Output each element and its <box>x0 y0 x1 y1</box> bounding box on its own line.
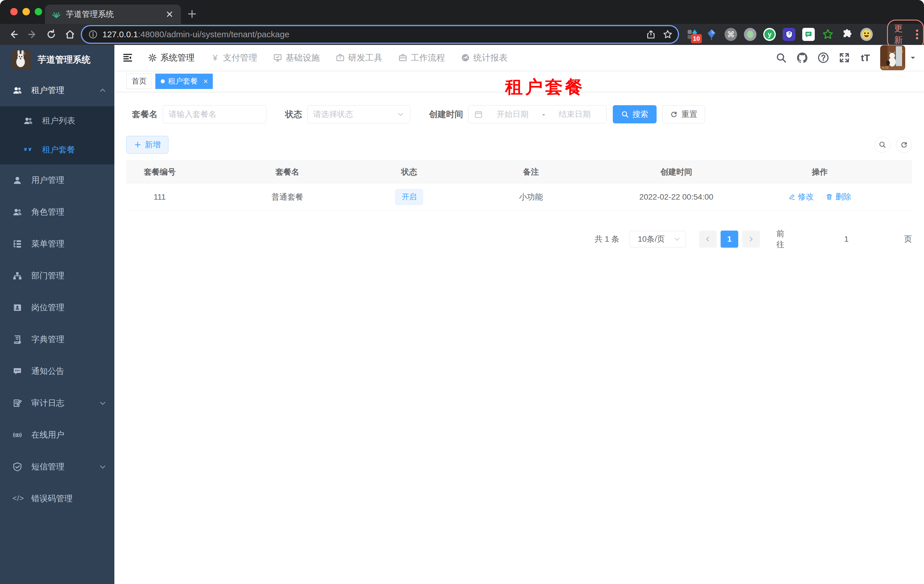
edit-link[interactable]: 修改 <box>788 191 814 202</box>
extension-puzzle-icon[interactable] <box>841 28 853 41</box>
nav-label: 统计报表 <box>474 52 508 64</box>
sidebar-item-menu-management[interactable]: 菜单管理 <box>0 228 114 260</box>
back-icon[interactable] <box>8 29 19 40</box>
dashboard-icon <box>461 53 470 62</box>
nav-workflow[interactable]: 工作流程 <box>398 52 445 64</box>
collapse-sidebar-icon[interactable] <box>118 48 138 67</box>
current-page-button[interactable]: 1 <box>721 230 738 248</box>
extension-record-icon[interactable] <box>744 28 756 41</box>
trash-icon <box>825 193 833 201</box>
reset-button[interactable]: 重置 <box>662 105 705 123</box>
share-icon[interactable] <box>646 30 656 39</box>
name-filter-field[interactable] <box>163 105 266 123</box>
sidebar-item-tenant-package[interactable]: 租户套餐 <box>0 135 114 165</box>
address-bar[interactable]: 127.0.0.1:48080/admin-ui/system/tenant/p… <box>82 26 678 43</box>
sidebar-item-sms-management[interactable]: 短信管理 <box>0 451 114 483</box>
sidebar-item-tenant-list[interactable]: 租户列表 <box>0 106 114 135</box>
favicon-leaf-icon <box>52 10 61 19</box>
delete-link[interactable]: 删除 <box>825 191 851 202</box>
tag-tenant-package[interactable]: 租户套餐 <box>155 74 213 89</box>
window-minimize-button[interactable] <box>23 8 30 15</box>
search-icon[interactable] <box>775 51 787 64</box>
reload-icon[interactable] <box>46 29 57 40</box>
sidebar-item-notice[interactable]: 通知公告 <box>0 355 114 387</box>
font-size-icon[interactable]: tT <box>859 51 872 64</box>
sidebar-item-user-management[interactable]: 用户管理 <box>0 165 114 196</box>
date-end-placeholder[interactable]: 结束日期 <box>549 109 601 120</box>
tab-close-icon[interactable] <box>165 9 175 19</box>
tag-close-icon[interactable] <box>202 77 210 85</box>
next-page-button[interactable] <box>742 230 760 248</box>
fullscreen-icon[interactable] <box>838 51 851 64</box>
name-filter-input[interactable] <box>169 110 260 119</box>
nav-payment-management[interactable]: ¥ 支付管理 <box>211 52 257 64</box>
extension-star-icon[interactable] <box>822 28 834 41</box>
refresh-table-button[interactable] <box>896 137 912 153</box>
sidebar-item-post-management[interactable]: 岗位管理 <box>0 292 114 324</box>
date-separator: - <box>542 110 545 119</box>
extension-y-icon[interactable]: y <box>763 28 776 41</box>
home-icon[interactable] <box>64 29 76 40</box>
nav-system-management[interactable]: 系统管理 <box>148 52 195 64</box>
sidebar-logo[interactable]: 芋道管理系统 <box>0 45 114 74</box>
tag-home[interactable]: 首页 <box>126 74 152 89</box>
extension-shield-icon[interactable] <box>783 28 795 41</box>
forward-icon[interactable] <box>27 29 38 40</box>
goto-page-input[interactable] <box>794 231 899 247</box>
browser-menu-icon[interactable] <box>916 29 919 40</box>
bookmark-star-icon[interactable] <box>663 29 673 39</box>
chevron-down-icon <box>99 463 106 470</box>
nav-infrastructure[interactable]: 基础设施 <box>273 52 320 64</box>
status-filter-select[interactable]: 请选择状态 <box>307 105 410 123</box>
select-arrow-icon <box>674 236 680 242</box>
main-area: 系统管理 ¥ 支付管理 基础设施 <box>114 45 924 584</box>
peoples-icon <box>23 116 33 126</box>
window-zoom-button[interactable] <box>35 8 42 15</box>
sidebar-item-audit-log[interactable]: 审计日志 <box>0 387 114 419</box>
nav-reports[interactable]: 统计报表 <box>461 52 508 64</box>
url-text[interactable]: 127.0.0.1:48080/admin-ui/system/tenant/p… <box>102 30 646 39</box>
tree-table-icon <box>13 239 22 249</box>
chevron-right-icon <box>747 236 754 242</box>
caret-down-icon <box>909 54 917 61</box>
status-placeholder: 请选择状态 <box>313 109 353 120</box>
sidebar-item-error-code[interactable]: </> 错误码管理 <box>0 483 114 515</box>
show-search-toggle-button[interactable] <box>874 137 891 153</box>
sidebar-item-online-users[interactable]: 在线用户 <box>0 419 114 451</box>
page-content: 套餐名 状态 请选择状态 创建时间 开始日期 - 结束 <box>114 105 924 250</box>
briefcase-icon <box>398 53 408 62</box>
extension-grid-icon[interactable]: 10 <box>686 28 698 41</box>
extension-emoji-icon[interactable] <box>860 28 873 41</box>
nav-dev-tools[interactable]: 研发工具 <box>336 52 382 64</box>
search-button[interactable]: 搜索 <box>613 105 657 123</box>
user-menu[interactable]: 49 0:70 <box>880 45 917 70</box>
status-badge: 开启 <box>395 189 423 205</box>
sidebar-item-label: 错误码管理 <box>31 493 106 504</box>
extension-kite-icon[interactable] <box>705 28 718 41</box>
refresh-icon <box>670 110 678 118</box>
url-path: :48080/admin-ui/system/tenant/package <box>138 30 289 39</box>
avatar[interactable]: 49 0:70 <box>880 45 905 70</box>
date-range-picker[interactable]: 开始日期 - 结束日期 <box>468 105 607 123</box>
yen-icon: ¥ <box>211 53 219 62</box>
sidebar-item-dept-management[interactable]: 部门管理 <box>0 260 114 292</box>
extension-command-icon[interactable]: ⌘ <box>724 28 737 41</box>
sidebar-item-label: 岗位管理 <box>31 302 106 313</box>
github-icon[interactable] <box>796 51 808 64</box>
prev-page-button[interactable] <box>699 230 717 248</box>
page-size-select[interactable]: 10条/页 <box>630 231 686 247</box>
sidebar-item-tenant-management[interactable]: 租户管理 <box>0 74 114 106</box>
sidebar-item-dict-management[interactable]: 字典管理 <box>0 324 114 355</box>
site-info-icon[interactable] <box>88 30 98 39</box>
help-icon[interactable] <box>817 51 830 64</box>
new-tab-button[interactable] <box>185 7 198 20</box>
window-close-button[interactable] <box>10 8 18 15</box>
add-button[interactable]: 新增 <box>126 136 168 153</box>
browser-tab[interactable]: 芋道管理系统 <box>45 5 181 24</box>
date-start-placeholder[interactable]: 开始日期 <box>487 109 538 120</box>
update-label: 更新 <box>894 23 910 46</box>
app-root: 芋道管理系统 租户管理 租户列表 <box>0 45 924 584</box>
extension-chat-icon[interactable] <box>802 28 815 41</box>
nav-label: 支付管理 <box>223 52 257 64</box>
sidebar-item-role-management[interactable]: 角色管理 <box>0 196 114 228</box>
